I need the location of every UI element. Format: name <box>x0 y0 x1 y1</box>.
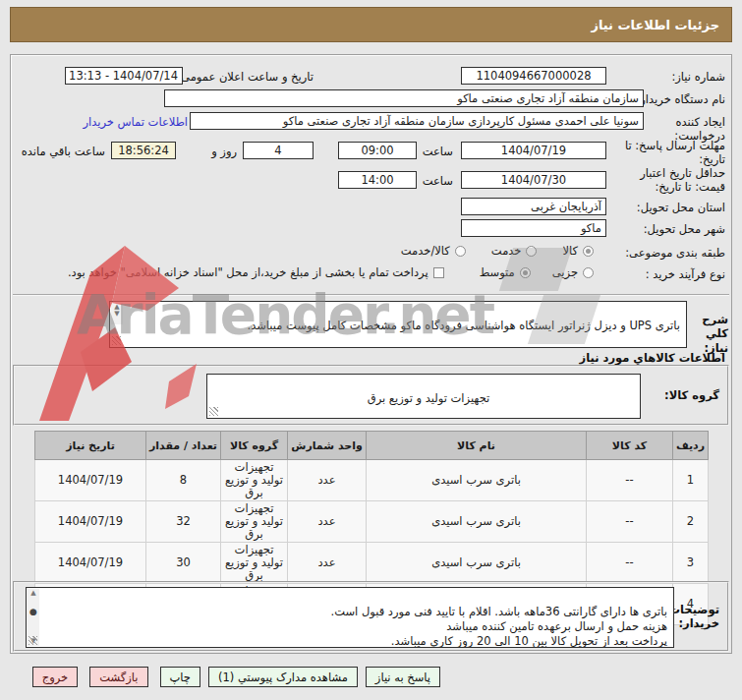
radio-goods-icon[interactable] <box>583 246 594 257</box>
page-title: جزئیات اطلاعات نیاز <box>591 18 719 32</box>
table-cell: عدد <box>288 460 367 501</box>
table-cell: 8 <box>146 460 221 501</box>
table-cell: عدد <box>288 543 367 584</box>
resize-grip-icon[interactable] <box>209 407 218 416</box>
exit-button[interactable]: خروج <box>32 667 78 687</box>
column-header: واحد شمارش <box>288 432 367 460</box>
table-cell: 2 <box>673 501 709 543</box>
radio-goods-service-icon[interactable] <box>455 246 466 257</box>
classification-option-goods-service[interactable]: کالا/خدمت <box>401 244 466 258</box>
table-cell: -- <box>587 460 673 501</box>
need-number-field[interactable]: 1104094667000028 <box>461 67 606 85</box>
goods-group-textarea[interactable]: تجهیزات تولید و توزیع برق <box>206 374 641 419</box>
table-cell: تجهیزات تولید و توزیع برق <box>221 543 288 584</box>
table-cell: 32 <box>146 501 221 543</box>
title-bar: جزئیات اطلاعات نیاز <box>10 7 732 42</box>
radio-minor-icon[interactable] <box>583 267 594 278</box>
column-header: ردیف <box>673 432 709 460</box>
table-cell: 1404/07/19 <box>35 501 146 543</box>
treasury-docs-checkbox-icon[interactable] <box>433 267 444 278</box>
goods-group-frame: گروه کالا: تجهیزات تولید و توزیع برق <box>13 365 729 426</box>
classification-option-service[interactable]: خدمت <box>491 244 538 258</box>
buyer-notes-label: توضیحات خریدار: <box>668 603 719 631</box>
province-label: استان محل تحویل: <box>637 201 725 214</box>
process-type-options: جزیی متوسط پرداخت تمام یا بخشی از مبلغ خ… <box>68 265 594 279</box>
price-validity-date-field[interactable]: 1404/07/30 <box>461 171 606 189</box>
province-field[interactable]: آذربایجان غربی <box>461 198 606 215</box>
price-validity-hour-label: ساعت <box>423 174 453 188</box>
action-button-bar: پاسخ به نیاز مشاهده مدارک پیوستي (1) چاپ… <box>0 661 742 700</box>
table-row: 3--باتری سرب اسیدیعددتجهیزات تولید و توز… <box>35 543 709 584</box>
table-cell: 3 <box>673 543 709 584</box>
reply-deadline-label: مهلت ارسال پاسخ: تا تاریخ: <box>619 139 725 167</box>
treasury-docs-checkbox-item[interactable]: پرداخت تمام یا بخشی از مبلغ خرید،از محل … <box>68 265 444 279</box>
scrollbar[interactable]: ▲▼ <box>111 303 123 324</box>
radio-service-icon[interactable] <box>526 246 537 257</box>
need-number-label: شماره نیاز: <box>671 70 725 84</box>
buyer-notes-textarea[interactable]: باتری ها دارای گارانتی 36ماهه باشد. اقلا… <box>26 587 674 648</box>
need-description-label: شرح كلي نیاز: <box>685 313 728 355</box>
remaining-time-field: 18:56:24 <box>111 142 176 159</box>
radio-medium-icon[interactable] <box>520 267 531 278</box>
print-button[interactable]: چاپ <box>160 667 200 687</box>
process-option-minor[interactable]: جزیی <box>552 265 594 279</box>
table-cell: تجهیزات تولید و توزیع برق <box>221 460 288 501</box>
goods-group-label: گروه کالا: <box>664 388 719 402</box>
table-row: 1--باتری سرب اسیدیعددتجهیزات تولید و توز… <box>35 460 709 501</box>
view-attachments-button[interactable]: مشاهده مدارک پیوستي (1) <box>208 667 358 687</box>
goods-table-head: ردیفکد کالانام کالاواحد شمارشگروه کالاتع… <box>35 432 709 460</box>
table-cell: -- <box>587 543 673 584</box>
process-type-label: نوع فرآیند خرید : <box>646 267 725 281</box>
price-validity-label: حداقل تاریخ اعتبار قیمت: تا تاریخ: <box>619 166 725 195</box>
reply-deadline-hour-label: ساعت <box>423 145 453 158</box>
table-row: 2--باتری سرب اسیدیعددتجهیزات تولید و توز… <box>35 501 709 543</box>
remaining-time-label: ساعت باقي مانده <box>22 145 105 158</box>
announce-datetime-label: تاریخ و ساعت اعلان عمومی: <box>177 70 314 84</box>
announce-datetime-field[interactable]: 1404/07/14 - 13:13 <box>65 67 183 85</box>
buyer-notes-text: باتری ها دارای گارانتی 36ماهه باشد. اقلا… <box>331 605 667 648</box>
need-description-textarea[interactable]: باتری UPS و دیزل ژنراتور ایستگاه هواشناس… <box>109 301 687 348</box>
table-cell: عدد <box>288 501 367 543</box>
buyer-contact-link[interactable]: اطلاعات تماس خریدار <box>83 115 188 129</box>
table-cell: 1404/07/19 <box>35 460 146 501</box>
remaining-days-field[interactable]: 4 <box>243 142 314 159</box>
reply-to-need-button[interactable]: پاسخ به نیاز <box>366 667 440 687</box>
table-cell: 1 <box>673 460 709 501</box>
table-cell: باتری سرب اسیدی <box>367 501 587 543</box>
resize-grip-icon[interactable] <box>112 336 121 345</box>
classification-option-goods[interactable]: کالا <box>562 244 594 258</box>
reply-deadline-date-field[interactable]: 1404/07/19 <box>461 142 606 159</box>
buyer-org-label: نام دستگاه خریدار: <box>636 92 725 106</box>
price-validity-hour-field[interactable]: 14:00 <box>338 171 417 189</box>
column-header: کد کالا <box>587 432 673 460</box>
city-label: شهر محل تحویل: <box>644 222 725 236</box>
resize-grip-icon[interactable] <box>29 636 37 645</box>
classification-label: طبقه بندی موضوعی: <box>625 246 725 260</box>
column-header: تاریخ نیاز <box>35 432 146 460</box>
reply-deadline-hour-field[interactable]: 09:00 <box>338 142 417 159</box>
city-field[interactable]: ماکو <box>461 219 606 237</box>
column-header: گروه کالا <box>221 432 288 460</box>
table-cell: 30 <box>146 543 221 584</box>
header-row: ردیفکد کالانام کالاواحد شمارشگروه کالاتع… <box>35 432 709 460</box>
goods-section-title: اطلاعات كالاهاي مورد نیاز <box>580 351 725 365</box>
table-cell: -- <box>587 501 673 543</box>
remaining-days-label: روز و <box>211 145 237 158</box>
section-divider <box>13 294 729 296</box>
column-header: نام کالا <box>367 432 587 460</box>
table-cell: تجهیزات تولید و توزیع برق <box>221 501 288 543</box>
classification-options: کالا خدمت کالا/خدمت <box>401 244 594 258</box>
table-cell: باتری سرب اسیدی <box>367 543 587 584</box>
column-header: تعداد / مقدار <box>146 432 221 460</box>
buyer-org-field[interactable]: سازمان منطقه آزاد تجاری صنعتی ماکو <box>164 89 644 107</box>
table-cell: 1404/07/19 <box>35 543 146 584</box>
process-option-medium[interactable]: متوسط <box>480 265 531 279</box>
details-panel: شماره نیاز: 1104094667000028 تاریخ و ساع… <box>10 54 732 654</box>
request-creator-field[interactable]: سونیا علی احمدی مسئول کارپردازی سازمان م… <box>190 112 644 130</box>
table-cell: باتری سرب اسیدی <box>367 460 587 501</box>
back-button[interactable]: بازگشت <box>89 667 147 687</box>
buyer-notes-frame: توضیحات خریدار: باتری ها دارای گارانتی 3… <box>13 581 729 652</box>
page: جزئیات اطلاعات نیاز شماره نیاز: 11040946… <box>0 0 742 700</box>
